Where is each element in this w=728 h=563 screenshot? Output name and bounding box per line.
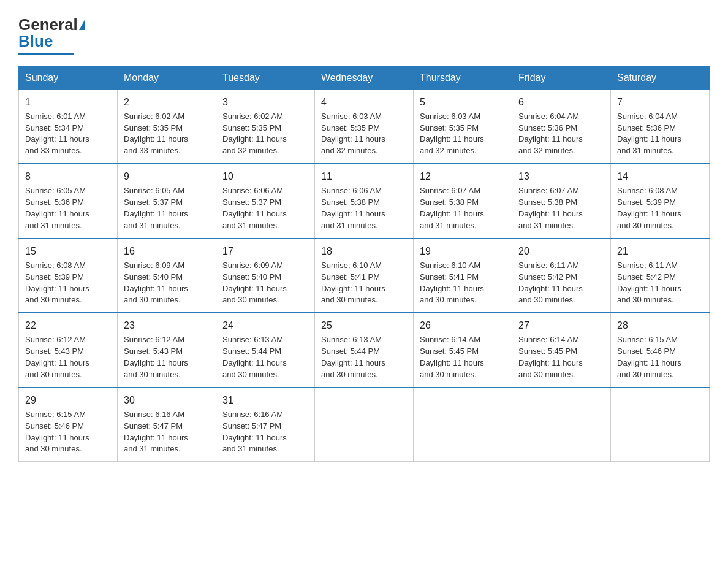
calendar-week-row: 15Sunrise: 6:08 AMSunset: 5:39 PMDayligh… xyxy=(19,239,710,313)
calendar-week-row: 29Sunrise: 6:15 AMSunset: 5:46 PMDayligh… xyxy=(19,388,710,462)
day-info: Sunrise: 6:01 AMSunset: 5:34 PMDaylight:… xyxy=(25,111,111,157)
day-number: 9 xyxy=(124,169,210,183)
col-header-tuesday: Tuesday xyxy=(216,66,315,90)
day-info: Sunrise: 6:13 AMSunset: 5:44 PMDaylight:… xyxy=(222,334,308,380)
calendar-cell: 9Sunrise: 6:05 AMSunset: 5:37 PMDaylight… xyxy=(118,164,216,239)
calendar-cell: 16Sunrise: 6:09 AMSunset: 5:40 PMDayligh… xyxy=(118,239,216,313)
calendar-cell: 7Sunrise: 6:04 AMSunset: 5:36 PMDaylight… xyxy=(611,90,710,164)
calendar-cell: 22Sunrise: 6:12 AMSunset: 5:43 PMDayligh… xyxy=(19,313,118,388)
day-info: Sunrise: 6:07 AMSunset: 5:38 PMDaylight:… xyxy=(518,185,604,231)
calendar-cell: 23Sunrise: 6:12 AMSunset: 5:43 PMDayligh… xyxy=(118,313,216,388)
calendar-cell: 28Sunrise: 6:15 AMSunset: 5:46 PMDayligh… xyxy=(611,313,710,388)
logo-arrow-icon xyxy=(79,19,85,30)
calendar-cell: 25Sunrise: 6:13 AMSunset: 5:44 PMDayligh… xyxy=(315,313,414,388)
day-number: 30 xyxy=(124,393,210,407)
day-info: Sunrise: 6:02 AMSunset: 5:35 PMDaylight:… xyxy=(222,111,308,157)
calendar-cell: 20Sunrise: 6:11 AMSunset: 5:42 PMDayligh… xyxy=(512,239,611,313)
logo-blue-word: Blue xyxy=(18,32,53,51)
calendar-table: SundayMondayTuesdayWednesdayThursdayFrid… xyxy=(18,66,710,462)
day-info: Sunrise: 6:12 AMSunset: 5:43 PMDaylight:… xyxy=(25,334,111,380)
day-info: Sunrise: 6:05 AMSunset: 5:36 PMDaylight:… xyxy=(25,185,111,231)
calendar-cell: 4Sunrise: 6:03 AMSunset: 5:35 PMDaylight… xyxy=(315,90,414,164)
day-number: 11 xyxy=(321,169,407,183)
calendar-cell: 3Sunrise: 6:02 AMSunset: 5:35 PMDaylight… xyxy=(216,90,315,164)
day-info: Sunrise: 6:16 AMSunset: 5:47 PMDaylight:… xyxy=(124,409,210,455)
day-number: 17 xyxy=(222,244,308,258)
calendar-cell: 2Sunrise: 6:02 AMSunset: 5:35 PMDaylight… xyxy=(118,90,216,164)
day-info: Sunrise: 6:11 AMSunset: 5:42 PMDaylight:… xyxy=(617,260,703,306)
day-info: Sunrise: 6:16 AMSunset: 5:47 PMDaylight:… xyxy=(222,409,308,455)
day-number: 24 xyxy=(222,318,308,332)
day-number: 7 xyxy=(617,95,703,109)
calendar-cell: 14Sunrise: 6:08 AMSunset: 5:39 PMDayligh… xyxy=(611,164,710,239)
calendar-cell: 17Sunrise: 6:09 AMSunset: 5:40 PMDayligh… xyxy=(216,239,315,313)
day-number: 3 xyxy=(222,95,308,109)
day-info: Sunrise: 6:04 AMSunset: 5:36 PMDaylight:… xyxy=(518,111,604,157)
day-number: 20 xyxy=(518,244,604,258)
calendar-cell: 15Sunrise: 6:08 AMSunset: 5:39 PMDayligh… xyxy=(19,239,118,313)
day-number: 4 xyxy=(321,95,407,109)
day-number: 15 xyxy=(25,244,111,258)
calendar-cell: 26Sunrise: 6:14 AMSunset: 5:45 PMDayligh… xyxy=(414,313,512,388)
calendar-cell: 21Sunrise: 6:11 AMSunset: 5:42 PMDayligh… xyxy=(611,239,710,313)
day-info: Sunrise: 6:08 AMSunset: 5:39 PMDaylight:… xyxy=(25,260,111,306)
calendar-cell: 8Sunrise: 6:05 AMSunset: 5:36 PMDaylight… xyxy=(19,164,118,239)
day-number: 26 xyxy=(420,318,506,332)
day-info: Sunrise: 6:14 AMSunset: 5:45 PMDaylight:… xyxy=(420,334,506,380)
day-number: 22 xyxy=(25,318,111,332)
col-header-wednesday: Wednesday xyxy=(315,66,414,90)
calendar-cell: 30Sunrise: 6:16 AMSunset: 5:47 PMDayligh… xyxy=(118,388,216,462)
day-info: Sunrise: 6:02 AMSunset: 5:35 PMDaylight:… xyxy=(124,111,210,157)
calendar-week-row: 1Sunrise: 6:01 AMSunset: 5:34 PMDaylight… xyxy=(19,90,710,164)
day-info: Sunrise: 6:14 AMSunset: 5:45 PMDaylight:… xyxy=(518,334,604,380)
day-number: 19 xyxy=(420,244,506,258)
day-info: Sunrise: 6:06 AMSunset: 5:37 PMDaylight:… xyxy=(222,185,308,231)
calendar-cell: 10Sunrise: 6:06 AMSunset: 5:37 PMDayligh… xyxy=(216,164,315,239)
calendar-cell: 24Sunrise: 6:13 AMSunset: 5:44 PMDayligh… xyxy=(216,313,315,388)
calendar-week-row: 22Sunrise: 6:12 AMSunset: 5:43 PMDayligh… xyxy=(19,313,710,388)
calendar-cell: 12Sunrise: 6:07 AMSunset: 5:38 PMDayligh… xyxy=(414,164,512,239)
day-number: 27 xyxy=(518,318,604,332)
calendar-cell: 18Sunrise: 6:10 AMSunset: 5:41 PMDayligh… xyxy=(315,239,414,313)
calendar-cell xyxy=(315,388,414,462)
day-number: 6 xyxy=(518,95,604,109)
day-number: 14 xyxy=(617,169,703,183)
day-number: 25 xyxy=(321,318,407,332)
day-number: 18 xyxy=(321,244,407,258)
day-number: 13 xyxy=(518,169,604,183)
day-number: 2 xyxy=(124,95,210,109)
day-info: Sunrise: 6:11 AMSunset: 5:42 PMDaylight:… xyxy=(518,260,604,306)
day-info: Sunrise: 6:12 AMSunset: 5:43 PMDaylight:… xyxy=(124,334,210,380)
day-number: 28 xyxy=(617,318,703,332)
calendar-cell: 19Sunrise: 6:10 AMSunset: 5:41 PMDayligh… xyxy=(414,239,512,313)
calendar-cell xyxy=(512,388,611,462)
col-header-friday: Friday xyxy=(512,66,611,90)
day-info: Sunrise: 6:13 AMSunset: 5:44 PMDaylight:… xyxy=(321,334,407,380)
day-number: 12 xyxy=(420,169,506,183)
day-info: Sunrise: 6:08 AMSunset: 5:39 PMDaylight:… xyxy=(617,185,703,231)
calendar-cell: 6Sunrise: 6:04 AMSunset: 5:36 PMDaylight… xyxy=(512,90,611,164)
calendar-cell: 27Sunrise: 6:14 AMSunset: 5:45 PMDayligh… xyxy=(512,313,611,388)
day-number: 16 xyxy=(124,244,210,258)
calendar-cell: 5Sunrise: 6:03 AMSunset: 5:35 PMDaylight… xyxy=(414,90,512,164)
day-info: Sunrise: 6:04 AMSunset: 5:36 PMDaylight:… xyxy=(617,111,703,157)
col-header-monday: Monday xyxy=(118,66,216,90)
col-header-saturday: Saturday xyxy=(611,66,710,90)
day-info: Sunrise: 6:15 AMSunset: 5:46 PMDaylight:… xyxy=(617,334,703,380)
day-number: 23 xyxy=(124,318,210,332)
calendar-cell: 31Sunrise: 6:16 AMSunset: 5:47 PMDayligh… xyxy=(216,388,315,462)
day-info: Sunrise: 6:09 AMSunset: 5:40 PMDaylight:… xyxy=(124,260,210,306)
calendar-cell xyxy=(414,388,512,462)
logo: General Blue xyxy=(18,12,85,55)
day-number: 5 xyxy=(420,95,506,109)
day-info: Sunrise: 6:09 AMSunset: 5:40 PMDaylight:… xyxy=(222,260,308,306)
calendar-cell: 29Sunrise: 6:15 AMSunset: 5:46 PMDayligh… xyxy=(19,388,118,462)
day-info: Sunrise: 6:03 AMSunset: 5:35 PMDaylight:… xyxy=(321,111,407,157)
col-header-sunday: Sunday xyxy=(19,66,118,90)
day-info: Sunrise: 6:15 AMSunset: 5:46 PMDaylight:… xyxy=(25,409,111,455)
day-number: 1 xyxy=(25,95,111,109)
calendar-header-row: SundayMondayTuesdayWednesdayThursdayFrid… xyxy=(19,66,710,90)
day-info: Sunrise: 6:05 AMSunset: 5:37 PMDaylight:… xyxy=(124,185,210,231)
calendar-cell: 13Sunrise: 6:07 AMSunset: 5:38 PMDayligh… xyxy=(512,164,611,239)
day-info: Sunrise: 6:10 AMSunset: 5:41 PMDaylight:… xyxy=(420,260,506,306)
